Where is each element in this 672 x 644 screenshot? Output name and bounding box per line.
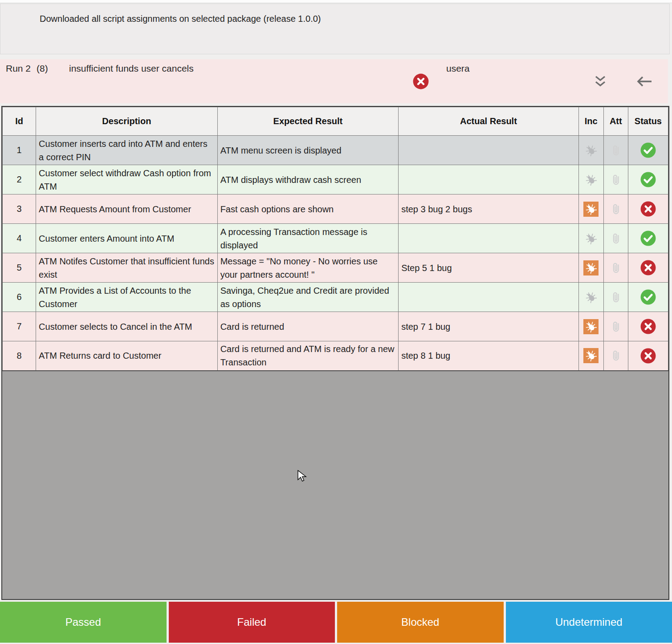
step-expected-result: ATM displays withdraw cash screen bbox=[220, 175, 361, 185]
run-label: Run 2 bbox=[6, 63, 31, 74]
step-description: ATM Returns card to Customer bbox=[39, 351, 161, 360]
attachment-paperclip-icon[interactable] bbox=[609, 261, 623, 275]
step-expected-result: Savinga, Cheq2ue and Credit are provided… bbox=[220, 286, 389, 309]
step-description: Customer select withdraw Cash option fro… bbox=[39, 168, 211, 191]
steps-panel: Id Description Expected Result Actual Re… bbox=[1, 106, 669, 600]
table-header-row: Id Description Expected Result Actual Re… bbox=[3, 107, 668, 136]
step-actual-result: step 8 1 bug bbox=[401, 351, 450, 360]
table-row-step-1[interactable]: 1 Customer inserts card into ATM and ent… bbox=[3, 136, 668, 165]
step-status-icon[interactable] bbox=[640, 259, 656, 276]
run-failed-status-icon bbox=[412, 73, 429, 90]
step-id: 8 bbox=[16, 351, 21, 360]
legend-button-undetermined[interactable]: Undetermined bbox=[506, 602, 672, 643]
attachment-paperclip-icon[interactable] bbox=[609, 144, 623, 157]
column-header-expected-result: Expected Result bbox=[217, 107, 399, 136]
column-header-inc: Inc bbox=[578, 107, 603, 136]
table-row-step-7[interactable]: 7 Customer selects to Cancel in the ATM … bbox=[3, 312, 668, 341]
attachment-paperclip-icon[interactable] bbox=[609, 320, 623, 333]
step-status-icon[interactable] bbox=[640, 171, 656, 188]
bug-incident-icon[interactable] bbox=[583, 319, 599, 334]
legend-button-failed[interactable]: Failed bbox=[169, 602, 335, 643]
legend-button-label: Undetermined bbox=[555, 616, 623, 628]
column-header-att: Att bbox=[603, 107, 628, 136]
column-header-id: Id bbox=[3, 107, 36, 136]
bug-incident-icon[interactable] bbox=[583, 290, 599, 305]
table-row-step-3[interactable]: 3 ATM Requests Amount from Customer Fast… bbox=[3, 194, 668, 224]
attachment-paperclip-icon[interactable] bbox=[609, 232, 623, 245]
step-status-icon[interactable] bbox=[640, 201, 656, 217]
step-id: 7 bbox=[16, 321, 21, 331]
step-id: 6 bbox=[16, 292, 21, 302]
step-id: 5 bbox=[16, 263, 21, 272]
step-actual-result: step 3 bug 2 bugs bbox=[401, 204, 472, 214]
attachment-paperclip-icon[interactable] bbox=[609, 349, 623, 362]
legend-button-label: Failed bbox=[237, 616, 266, 628]
bug-incident-icon[interactable] bbox=[583, 231, 599, 246]
step-status-icon[interactable] bbox=[640, 348, 656, 364]
bug-incident-icon[interactable] bbox=[583, 143, 599, 158]
status-message-bar: Downloaded all script assignments on sel… bbox=[0, 4, 670, 54]
attachment-paperclip-icon[interactable] bbox=[609, 291, 623, 304]
column-header-actual-result: Actual Result bbox=[399, 107, 579, 136]
table-row-step-4[interactable]: 4 Customer enters Amount into ATM A proc… bbox=[3, 224, 668, 253]
run-step-count: (8) bbox=[37, 63, 48, 74]
run-user: usera bbox=[446, 63, 470, 74]
step-description: Customer enters Amount into ATM bbox=[39, 234, 174, 243]
step-status-icon[interactable] bbox=[640, 289, 656, 305]
step-id: 1 bbox=[16, 145, 21, 155]
step-status-icon[interactable] bbox=[640, 142, 656, 158]
bug-incident-icon[interactable] bbox=[583, 260, 599, 275]
table-row-step-8[interactable]: 8 ATM Returns card to Customer Card is r… bbox=[3, 341, 668, 371]
step-actual-result: step 7 1 bug bbox=[401, 322, 450, 332]
step-description: ATM Requests Amount from Customer bbox=[39, 204, 191, 214]
step-description: ATM Provides a List of Accounts to the C… bbox=[39, 286, 191, 309]
legend-button-label: Blocked bbox=[401, 616, 439, 628]
step-status-icon[interactable] bbox=[640, 318, 656, 335]
step-description: ATM Notifes Customer that insufficient f… bbox=[39, 256, 214, 279]
step-expected-result: A processing Transaction message is disp… bbox=[220, 227, 367, 250]
legend-button-passed[interactable]: Passed bbox=[0, 602, 167, 643]
bug-incident-icon[interactable] bbox=[583, 348, 599, 363]
table-row-step-5[interactable]: 5 ATM Notifes Customer that insufficient… bbox=[3, 253, 668, 283]
back-arrow-icon[interactable] bbox=[636, 76, 653, 87]
step-description: Customer selects to Cancel in the ATM bbox=[39, 322, 192, 332]
step-expected-result: Card is returned and ATM is ready for a … bbox=[220, 344, 395, 367]
step-expected-result: Card is returned bbox=[220, 322, 284, 332]
legend-button-blocked[interactable]: Blocked bbox=[337, 602, 504, 643]
collapse-all-icon[interactable] bbox=[595, 75, 606, 88]
table-row-step-2[interactable]: 2 Customer select withdraw Cash option f… bbox=[3, 165, 668, 194]
step-expected-result: Fast cash options are shown bbox=[220, 204, 334, 214]
step-actual-result: Step 5 1 bug bbox=[401, 263, 452, 273]
step-id: 3 bbox=[16, 204, 21, 214]
table-row-step-6[interactable]: 6 ATM Provides a List of Accounts to the… bbox=[3, 283, 668, 312]
status-message: Downloaded all script assignments on sel… bbox=[40, 14, 321, 24]
attachment-paperclip-icon[interactable] bbox=[609, 173, 623, 186]
step-id: 4 bbox=[16, 233, 21, 243]
step-description: Customer inserts card into ATM and enter… bbox=[39, 139, 208, 162]
step-status-icon[interactable] bbox=[640, 230, 656, 247]
step-id: 2 bbox=[16, 174, 21, 184]
status-legend-bar: Passed Failed Blocked Undetermined bbox=[0, 602, 672, 643]
bug-incident-icon[interactable] bbox=[583, 172, 599, 187]
steps-table: Id Description Expected Result Actual Re… bbox=[2, 107, 668, 371]
step-expected-result: ATM menu screen is displayed bbox=[220, 146, 342, 155]
bug-incident-icon[interactable] bbox=[583, 202, 599, 217]
run-header-bar: Run 2 (8) insufficient funds user cancel… bbox=[0, 59, 668, 103]
step-expected-result: Message = "No money - No worries use you… bbox=[220, 256, 378, 279]
run-title: insufficient funds user cancels bbox=[69, 63, 194, 74]
attachment-paperclip-icon[interactable] bbox=[609, 203, 623, 216]
column-header-status: Status bbox=[628, 107, 668, 136]
legend-button-label: Passed bbox=[65, 616, 101, 628]
window-top-strip bbox=[0, 0, 672, 3]
column-header-description: Description bbox=[36, 107, 218, 136]
